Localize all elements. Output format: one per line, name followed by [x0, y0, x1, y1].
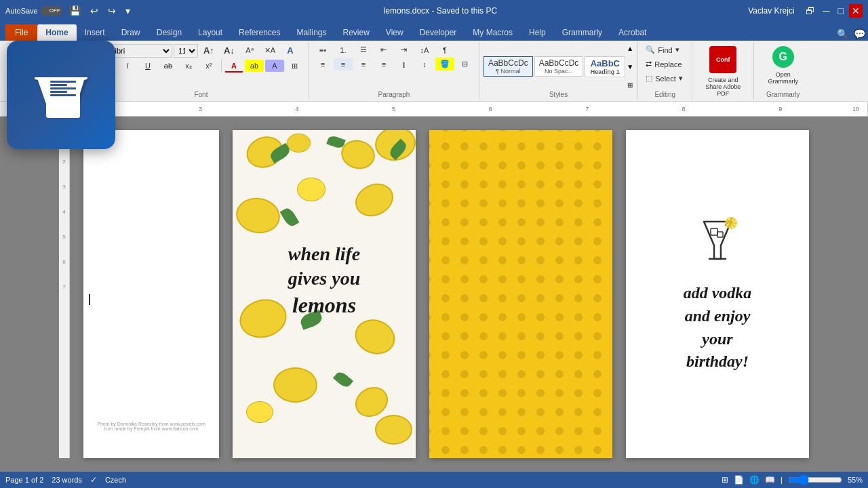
underline-button[interactable]: U — [138, 60, 157, 72]
bullets-button[interactable]: ≡• — [313, 44, 332, 56]
zoom-slider[interactable] — [788, 474, 842, 485]
border-button[interactable]: ⊞ — [285, 60, 304, 73]
separator — [221, 59, 222, 73]
styles-group: AaBbCcDc ¶ Normal AaBbCcDc No Spac... Aa… — [479, 42, 638, 100]
styles-scroll-up[interactable]: ▲ — [627, 45, 633, 52]
undo-button[interactable]: ↩ — [87, 4, 101, 18]
change-case-button[interactable]: Aᵃ — [240, 44, 259, 57]
autosave-control[interactable]: AutoSave — [5, 6, 62, 16]
tab-references[interactable]: References — [231, 24, 288, 41]
tab-grammarly[interactable]: Grammarly — [554, 24, 610, 41]
para-border-button[interactable]: ⊟ — [456, 58, 475, 70]
styles-scroll-down[interactable]: ▼ — [627, 63, 633, 70]
increase-indent-button[interactable]: ⇥ — [395, 43, 414, 56]
sort-button[interactable]: ↕A — [415, 44, 434, 56]
autosave-toggle[interactable] — [41, 6, 62, 16]
read-mode-button[interactable]: 📖 — [765, 475, 775, 485]
lemon-4 — [233, 195, 283, 237]
numbering-button[interactable]: 1. — [334, 44, 353, 56]
page-1-blank[interactable]: Photo by Dominika Roseclay from www.pexe… — [83, 130, 219, 458]
select-button[interactable]: ⬚ Select ▾ — [642, 72, 686, 85]
style-no-spacing[interactable]: AaBbCcDc No Spac... — [534, 56, 584, 77]
print-layout-button[interactable]: 📄 — [734, 475, 744, 485]
ribbon-tabs: File Home Insert Draw Design Layout Refe… — [0, 22, 868, 41]
close-button[interactable]: ✕ — [849, 4, 863, 18]
word-doc-icon — [46, 77, 80, 118]
tab-view[interactable]: View — [378, 24, 412, 41]
para-shading-button[interactable]: 🪣 — [435, 58, 454, 70]
tab-home[interactable]: Home — [37, 24, 76, 41]
superscript-button[interactable]: x² — [199, 60, 218, 72]
style-normal-label: ¶ Normal — [488, 68, 528, 75]
strikethrough-button[interactable]: ab — [159, 60, 178, 72]
align-right-button[interactable]: ≡ — [354, 58, 373, 70]
line-spacing-button[interactable]: ↕ — [415, 58, 434, 70]
web-layout-button[interactable]: 🌐 — [749, 475, 760, 485]
justify-button[interactable]: ≡ — [374, 58, 393, 70]
tab-file[interactable]: File — [5, 24, 37, 41]
tab-insert[interactable]: Insert — [77, 24, 113, 41]
italic-button[interactable]: I — [118, 60, 137, 72]
align-left-button[interactable]: ≡ — [313, 58, 332, 70]
lemons-text: lemons — [233, 291, 416, 320]
highlight-button[interactable]: ab — [245, 60, 264, 72]
style-nospace-label: No Spac... — [539, 68, 579, 75]
style-normal[interactable]: AaBbCcDc ¶ Normal — [484, 56, 533, 77]
language: Czech — [105, 476, 126, 484]
tab-mailings[interactable]: Mailings — [288, 24, 334, 41]
title-bar: AutoSave 💾 ↩ ↪ ▾ lemons.docx - Saved to … — [0, 0, 868, 22]
restore-button[interactable]: 🗗 — [803, 4, 818, 18]
lemon-slice-3 — [246, 401, 273, 423]
open-grammarly-button[interactable]: Open Grammarly — [761, 69, 805, 87]
columns-button[interactable]: ⫿ — [395, 58, 414, 70]
zoom-level: 55% — [848, 476, 863, 484]
tab-developer[interactable]: Developer — [412, 24, 465, 41]
select-chevron: ▾ — [679, 74, 683, 83]
redo-button[interactable]: ↪ — [105, 4, 119, 18]
tell-me-button[interactable]: 💬 — [851, 27, 868, 41]
tab-review[interactable]: Review — [335, 24, 378, 41]
grow-font-button[interactable]: A↑ — [199, 43, 218, 58]
tab-draw[interactable]: Draw — [113, 24, 149, 41]
multilevel-button[interactable]: ☰ — [354, 43, 373, 56]
tab-design[interactable]: Design — [149, 24, 190, 41]
text-overlay: when life gives you lemons — [233, 242, 416, 319]
polka-card[interactable]: // We'll create dots via CSS background … — [429, 130, 612, 458]
ruler-mark-8: 8 — [682, 106, 686, 113]
tab-layout[interactable]: Layout — [190, 24, 231, 41]
tab-mymacros[interactable]: My Macros — [465, 24, 521, 41]
search-button[interactable]: 🔍 — [834, 27, 851, 41]
username: Vaclav Krejci — [748, 6, 794, 16]
subscript-button[interactable]: x₂ — [179, 60, 198, 73]
ruler-mark-9: 9 — [778, 106, 782, 113]
more-button[interactable]: ▾ — [123, 4, 133, 18]
save-button[interactable]: 💾 — [66, 4, 83, 18]
word-logo-background: W — [7, 41, 115, 149]
tab-acrobat[interactable]: Acrobat — [610, 24, 654, 41]
clear-format-button[interactable]: ✕A — [260, 44, 279, 57]
shrink-font-button[interactable]: A↓ — [220, 43, 239, 58]
font-color-button[interactable]: A — [224, 60, 243, 73]
font-size-select[interactable]: 11 — [174, 44, 198, 58]
birthday-card[interactable]: add vodka and enjoy your birthday! — [626, 130, 809, 458]
minimize-button[interactable]: ─ — [821, 4, 833, 18]
style-heading1-label: Heading 1 — [589, 68, 620, 75]
replace-button[interactable]: ⇄ Replace — [642, 58, 686, 70]
find-button[interactable]: 🔍 Find ▾ — [642, 43, 686, 56]
style-heading1[interactable]: AaBbC Heading 1 — [585, 56, 625, 77]
ruler-mark-3: 3 — [199, 106, 202, 113]
decrease-indent-button[interactable]: ⇤ — [374, 43, 393, 56]
proofing-button[interactable]: ✓ — [90, 475, 97, 485]
show-marks-button[interactable]: ¶ — [435, 44, 454, 56]
tab-help[interactable]: Help — [521, 24, 554, 41]
font-name-row: Calibri 11 A↑ A↓ Aᵃ ✕A A — [98, 43, 300, 58]
create-share-pdf-button[interactable]: Create and Share Adobe PDF — [699, 75, 747, 99]
lemon-card[interactable]: when life gives you lemons — [233, 130, 416, 458]
align-center-button[interactable]: ≡ — [334, 58, 353, 70]
maximize-button[interactable]: □ — [835, 4, 846, 18]
shading-button[interactable]: A — [265, 60, 284, 72]
acrobat-group: Conf Create and Share Adobe PDF Adobe Ac… — [692, 42, 754, 100]
styles-expand[interactable]: ⊞ — [627, 81, 633, 89]
text-effect-button[interactable]: A — [281, 43, 300, 58]
focus-mode-button[interactable]: ⊞ — [722, 475, 728, 485]
